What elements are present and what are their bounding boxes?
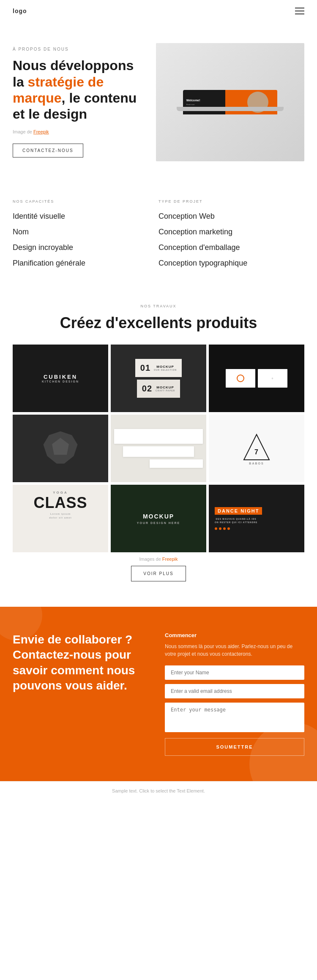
mockup2-sub: YOUR DESIGN HERE [137, 521, 180, 524]
hero-title: Nous développons la stratégie de marque,… [13, 57, 148, 122]
site-footer: Sample text. Click to select the Text El… [0, 781, 317, 800]
gallery-item-signature[interactable] [111, 415, 206, 482]
project-item-1[interactable]: Conception Web [158, 212, 304, 221]
message-input[interactable] [165, 703, 304, 732]
mockup2-title: MOCKUP [143, 513, 174, 520]
capabilities-left-label: NOS CAPACITÉS [13, 199, 158, 204]
cubiken-sub: KITCHEN DESIGN [42, 380, 79, 383]
travaux-section: NOS TRAVAUX Créez d'excellents produits … [0, 291, 317, 607]
hamburger-menu[interactable] [295, 8, 304, 14]
dance-night-title: DANCE NIGHT [218, 508, 259, 513]
hero-section: À PROPOS DE NOUS Nous développons la str… [0, 22, 317, 178]
cap-item-2[interactable]: Nom [13, 228, 158, 236]
dance-subtitle: DES MAUVAIS QUAND-LÀ IDSON RESTER QUI IC… [215, 517, 257, 524]
project-item-2[interactable]: Conception marketing [158, 228, 304, 236]
project-item-3[interactable]: Conception d'emballage [158, 243, 304, 252]
cap-item-3[interactable]: Design incroyable [13, 243, 158, 252]
gallery-item-bizcard[interactable]: ○ [209, 345, 304, 412]
footer-text: Sample text. Click to select the Text El… [13, 788, 304, 793]
gallery-item-triangle[interactable]: 7 BABOS [209, 415, 304, 482]
mockup-num-1: 01 [140, 363, 150, 373]
capabilities-right: TYPE DE PROJET Conception Web Conception… [158, 199, 304, 274]
name-input[interactable] [165, 665, 304, 680]
hero-content: À PROPOS DE NOUS Nous développons la str… [13, 47, 156, 157]
hero-label: À PROPOS DE NOUS [13, 47, 148, 52]
travaux-title: Créez d'excellents produits [13, 314, 304, 332]
cap-item-1[interactable]: Identité visuelle [13, 212, 158, 221]
gallery-item-mockup[interactable]: 01 MOCKUP OUR SELECTION 02 MOCKUP CRAFT … [111, 345, 206, 412]
mockup-label: MOCKUP [154, 365, 177, 369]
gallery-item-dance[interactable]: DANCE NIGHT DES MAUVAIS QUAND-LÀ IDSON R… [209, 485, 304, 552]
gallery-image-credit: Images de Freepik [13, 557, 304, 562]
laptop-mockup: Welcome! Read more [156, 43, 304, 161]
gallery-item-lion[interactable] [13, 415, 108, 482]
mockup-label-2: MOCKUP [156, 385, 175, 389]
triangle-svg: 7 [242, 432, 271, 462]
cta-right: Commencer Nous sommes là pour vous aider… [165, 632, 304, 756]
email-input[interactable] [165, 684, 304, 698]
svg-marker-0 [244, 434, 269, 460]
message-field-group [165, 703, 304, 734]
contact-form: SOUMETTRE [165, 665, 304, 756]
form-description: Nous sommes là pour vous aider. Parlez-n… [165, 643, 304, 658]
laptop-base [177, 107, 284, 111]
capabilities-left: NOS CAPACITÉS Identité visuelle Nom Desi… [13, 199, 158, 274]
gallery-grid: CUBIKEN KITCHEN DESIGN 01 MOCKUP OUR SEL… [13, 345, 304, 552]
name-field-group [165, 665, 304, 680]
capabilities-right-label: TYPE DE PROJET [158, 199, 304, 204]
voir-plus-button[interactable]: VOIR PLUS [131, 566, 186, 581]
svg-text:7: 7 [254, 448, 259, 456]
hero-image-credit: Image de Freepik [13, 129, 148, 134]
freepik-link-2[interactable]: Freepik [162, 557, 178, 562]
gallery-item-cubiken[interactable]: CUBIKEN KITCHEN DESIGN [13, 345, 108, 412]
freepik-link[interactable]: Freepik [33, 129, 49, 134]
mockup-num-2: 02 [142, 384, 152, 394]
cap-item-4[interactable]: Planification générale [13, 259, 158, 268]
contact-button[interactable]: CONTACTEZ-NOUS [13, 144, 83, 157]
gallery-item-yoga[interactable]: YOGA CLASS Lorem ipsumdolor sit amet [13, 485, 108, 552]
form-section-title: Commencer [165, 632, 304, 638]
submit-button[interactable]: SOUMETTRE [165, 738, 304, 756]
capabilities-section: NOS CAPACITÉS Identité visuelle Nom Desi… [0, 178, 317, 291]
yoga-class-text: CLASS [33, 496, 87, 510]
cubiken-brand: CUBIKEN [42, 374, 79, 380]
cta-title: Envie de collaborer ? Contactez-nous pou… [13, 632, 152, 694]
cta-section: Envie de collaborer ? Contactez-nous pou… [0, 607, 317, 781]
screen-welcome: Welcome! [186, 99, 235, 102]
email-field-group [165, 684, 304, 698]
gallery-item-mockup2[interactable]: MOCKUP YOUR DESIGN HERE [111, 485, 206, 552]
project-item-4[interactable]: Conception typographique [158, 259, 304, 268]
travaux-label: NOS TRAVAUX [13, 304, 304, 308]
cta-left: Envie de collaborer ? Contactez-nous pou… [13, 632, 152, 694]
hero-image: Welcome! Read more [156, 43, 304, 161]
site-header: logo [0, 0, 317, 22]
logo: logo [13, 8, 27, 14]
